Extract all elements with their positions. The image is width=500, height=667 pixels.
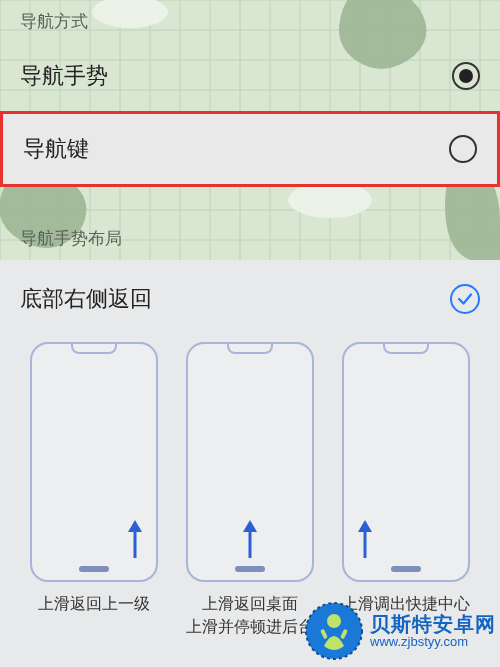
settings-screen: 导航方式 导航手势 导航键 导航手势布局 底部右侧返回 [0,0,500,667]
phone-notch-icon [383,344,429,354]
spacer [0,187,500,217]
watermark-url: www.zjbstyy.com [370,635,496,649]
nav-mode-section: 导航方式 导航手势 导航键 导航手势布局 [0,0,500,258]
phone-preview [30,342,158,582]
gesture-layout-panel: 底部右侧返回 上滑返回上一级 [0,260,500,667]
option-navkey-highlight: 导航键 [0,111,500,187]
svg-marker-32 [243,520,257,532]
svg-marker-34 [358,520,372,532]
gesture-layout-selected-label: 底部右侧返回 [20,284,152,314]
caption-line: 上滑返回上一级 [38,592,150,615]
arrow-up-icon [126,520,144,560]
watermark: 贝斯特安卓网 www.zjbstyy.com [304,601,496,661]
gesture-layout-header: 导航手势布局 [0,217,500,258]
radio-unselected-icon [449,135,477,163]
option-gesture-label: 导航手势 [20,61,108,91]
content-overlay: 导航方式 导航手势 导航键 导航手势布局 底部右侧返回 [0,0,500,667]
watermark-text: 贝斯特安卓网 www.zjbstyy.com [370,613,496,649]
gesture-tile-caption: 上滑返回桌面 上滑并停顿进后台 [186,592,314,638]
option-navkey[interactable]: 导航键 [3,114,497,184]
phone-preview [186,342,314,582]
option-gesture[interactable]: 导航手势 [0,41,500,111]
gesture-tile-back[interactable]: 上滑返回上一级 [20,342,168,638]
gesture-tile-caption: 上滑返回上一级 [38,592,150,615]
phone-bottom-bar-icon [391,566,421,572]
gesture-tile-quick[interactable]: 上滑调出快捷中心 [332,342,480,638]
checkmark-icon [450,284,480,314]
gesture-tiles: 上滑返回上一级 上滑返回桌面 上滑并停顿进后台 [20,332,480,638]
gesture-tile-home[interactable]: 上滑返回桌面 上滑并停顿进后台 [176,342,324,638]
gesture-layout-selected-row[interactable]: 底部右侧返回 [20,278,480,332]
watermark-name: 贝斯特安卓网 [370,613,496,635]
phone-bottom-bar-icon [235,566,265,572]
arrow-up-icon [356,520,374,560]
phone-bottom-bar-icon [79,566,109,572]
svg-point-37 [327,614,341,628]
caption-line: 上滑并停顿进后台 [186,615,314,638]
arrow-up-icon [241,520,259,560]
option-navkey-label: 导航键 [23,134,89,164]
phone-notch-icon [227,344,273,354]
radio-selected-icon [452,62,480,90]
svg-marker-30 [128,520,142,532]
watermark-badge-icon [304,601,364,661]
phone-notch-icon [71,344,117,354]
caption-line: 上滑返回桌面 [186,592,314,615]
nav-mode-header: 导航方式 [0,0,500,41]
phone-preview [342,342,470,582]
